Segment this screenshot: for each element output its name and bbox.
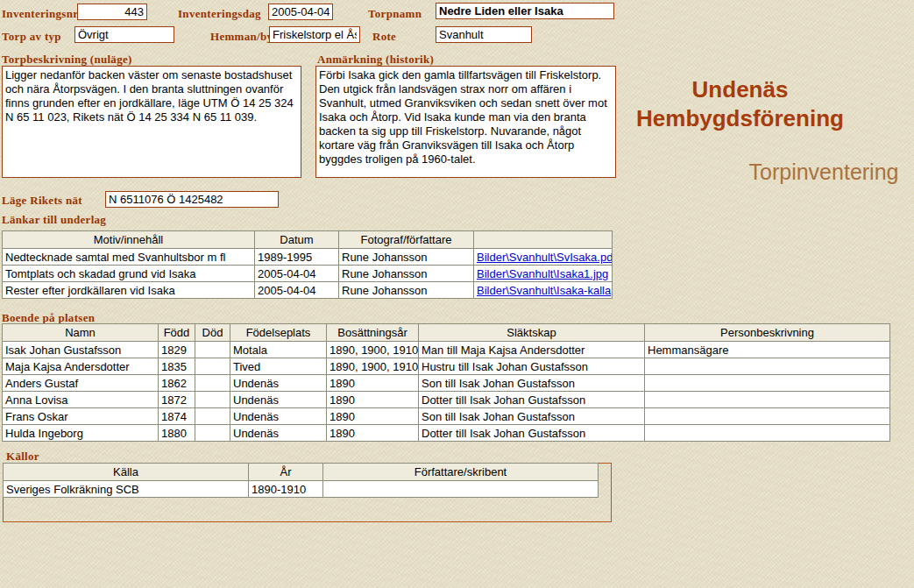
links-table: Motiv/innehåll Datum Fotograf/författare… xyxy=(2,230,613,299)
org-title-line2: Hembygdsförening xyxy=(624,104,856,133)
torpbeskrivning-textarea[interactable]: Ligger nedanför backen väster om senaste… xyxy=(2,66,301,178)
resident-row: Hulda Ingeborg 1880 Undenäs 1890 Dotter … xyxy=(3,425,890,442)
hemman-by-label: Hemman/by xyxy=(210,30,273,44)
file-link[interactable]: Bilder\Svanhult\Isaka1.jpg xyxy=(477,267,608,280)
residents-table: Namn Född Död Födelseplats Bosättningsår… xyxy=(2,323,890,442)
col-personbeskrivning: Personbeskrivning xyxy=(645,324,890,342)
anmarkning-textarea[interactable]: Förbi Isaka gick den gamla tillfartsväge… xyxy=(315,66,616,178)
col-forfattare: Författare/skribent xyxy=(323,464,599,481)
resident-row: Anders Gustaf 1862 Undenäs 1890 Son till… xyxy=(3,375,890,392)
torp-av-typ-label: Torp av typ xyxy=(2,30,61,44)
links-col-datum: Datum xyxy=(255,231,339,249)
report-subtitle: Torpinventering xyxy=(740,159,907,185)
resident-row: Frans Oskar 1874 Undenäs 1890 Son till I… xyxy=(3,408,890,425)
kallor-heading: Källor xyxy=(6,450,39,464)
anmarkning-heading: Anmärkning (historik) xyxy=(317,53,434,67)
col-namn: Namn xyxy=(3,324,159,342)
inventeringsdag-input[interactable] xyxy=(268,4,333,20)
torpinventering-report-page: Inventeringsnr Inventeringsdag Torpnamn … xyxy=(0,0,914,588)
rote-input[interactable] xyxy=(436,26,532,43)
residents-header-row: Namn Född Död Födelseplats Bosättningsår… xyxy=(3,324,890,342)
file-link[interactable]: Bilder\Svanhult\Isaka-kalla xyxy=(477,284,611,297)
col-kalla: Källa xyxy=(4,464,249,481)
links-header-row: Motiv/innehåll Datum Fotograf/författare xyxy=(3,231,613,249)
torpbeskrivning-heading: Torpbeskrivning (nuläge) xyxy=(2,53,132,67)
resident-row: Maja Kajsa Andersdotter 1835 Tived 1890,… xyxy=(3,358,890,375)
links-col-motiv: Motiv/innehåll xyxy=(3,231,255,249)
col-fodelseplats: Födelseplats xyxy=(230,324,327,342)
source-row: Sveriges Folkräkning SCB 1890-1910 xyxy=(4,481,599,498)
col-fodd: Född xyxy=(159,324,195,342)
inventeringsnr-label: Inventeringsnr xyxy=(2,7,78,21)
torpnamn-input[interactable] xyxy=(436,3,614,19)
torpnamn-label: Torpnamn xyxy=(368,7,422,21)
lage-rikets-nat-label: Läge Rikets nät xyxy=(2,194,82,208)
links-col-link xyxy=(474,231,613,249)
org-title: Undenäs Hembygdsförening xyxy=(624,75,856,133)
links-row: Tomtplats och skadad grund vid Isaka 200… xyxy=(3,266,613,282)
file-link[interactable]: Bilder\Svanhult\SvIsaka.pd xyxy=(477,251,613,264)
links-row: Nedtecknade samtal med Svanhultsbor m fl… xyxy=(3,249,613,266)
inventeringsdag-label: Inventeringsdag xyxy=(178,7,261,21)
col-ar: År xyxy=(249,464,323,481)
sources-header-row: Källa År Författare/skribent xyxy=(4,464,599,481)
inventeringsnr-input[interactable] xyxy=(77,4,147,20)
resident-row: Isak Johan Gustafsson 1829 Motala 1890, … xyxy=(3,342,890,358)
resident-row: Anna Lovisa 1872 Undenäs 1890 Dotter til… xyxy=(3,392,890,408)
col-bosattningsar: Bosättningsår xyxy=(327,324,419,342)
hemman-by-input[interactable] xyxy=(269,26,360,43)
sources-table: Källa År Författare/skribent Sveriges Fo… xyxy=(3,463,599,498)
torp-av-typ-input[interactable] xyxy=(74,26,174,43)
links-col-fotograf: Fotograf/författare xyxy=(339,231,474,249)
lage-rikets-nat-input[interactable] xyxy=(105,191,279,208)
links-row: Rester efter jordkällaren vid Isaka 2005… xyxy=(3,282,613,299)
sources-box: Källa År Författare/skribent Sveriges Fo… xyxy=(3,463,612,522)
col-dod: Död xyxy=(195,324,230,342)
rote-label: Rote xyxy=(372,30,396,44)
org-title-line1: Undenäs xyxy=(624,75,856,104)
lankar-heading: Länkar till underlag xyxy=(2,213,106,227)
col-slaktskap: Släktskap xyxy=(419,324,645,342)
